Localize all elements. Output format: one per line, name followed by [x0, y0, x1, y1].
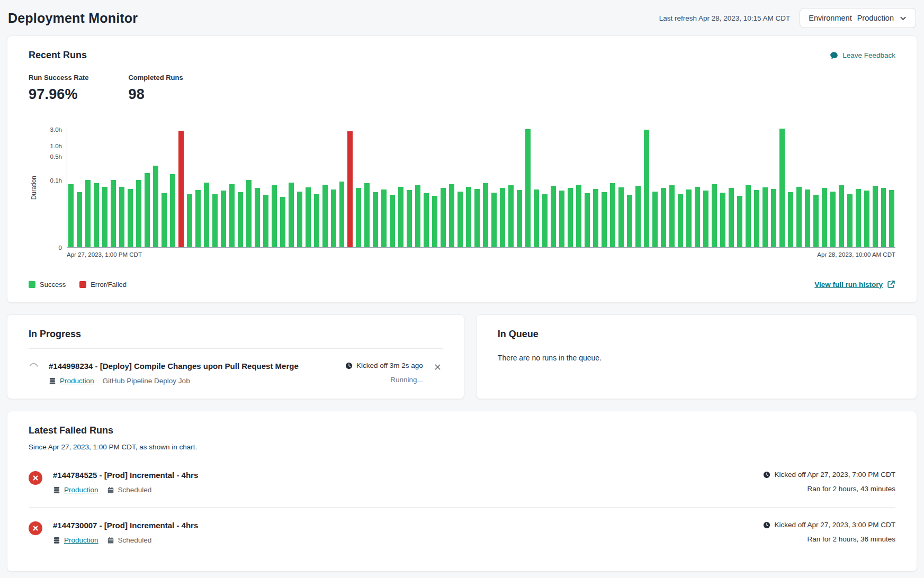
run-bar-success[interactable] — [424, 193, 429, 247]
run-bar-success[interactable] — [331, 189, 336, 247]
run-bar-error[interactable] — [347, 131, 353, 247]
run-bar-success[interactable] — [441, 188, 446, 247]
run-bar-success[interactable] — [652, 192, 658, 247]
run-bar-success[interactable] — [466, 187, 471, 247]
run-bar-success[interactable] — [788, 192, 793, 247]
run-bar-error[interactable] — [178, 131, 184, 247]
run-bar-success[interactable] — [644, 130, 649, 247]
run-bar-success[interactable] — [669, 185, 675, 247]
environment-tag[interactable]: Production — [53, 486, 98, 494]
run-bar-success[interactable] — [102, 187, 107, 247]
run-bar-success[interactable] — [762, 187, 768, 247]
run-bar-success[interactable] — [491, 193, 497, 247]
run-bar-success[interactable] — [864, 191, 869, 247]
environment-tag[interactable]: Production — [49, 377, 94, 385]
run-bar-success[interactable] — [661, 188, 666, 247]
environment-tag[interactable]: Production — [53, 536, 98, 544]
run-bar-success[interactable] — [356, 188, 361, 247]
run-bar-success[interactable] — [754, 190, 759, 247]
run-bar-success[interactable] — [111, 180, 116, 247]
run-bar-success[interactable] — [297, 192, 302, 247]
run-bar-success[interactable] — [415, 185, 420, 247]
run-bar-success[interactable] — [779, 129, 785, 247]
run-bar-success[interactable] — [153, 166, 158, 247]
run-bar-success[interactable] — [136, 180, 141, 247]
run-bar-success[interactable] — [517, 190, 522, 247]
run-bar-success[interactable] — [306, 187, 311, 247]
run-bar-success[interactable] — [695, 187, 700, 247]
run-bar-success[interactable] — [381, 189, 387, 247]
run-bar-success[interactable] — [246, 180, 252, 247]
run-bar-success[interactable] — [162, 193, 167, 247]
run-bar-success[interactable] — [729, 188, 734, 247]
run-bar-success[interactable] — [272, 185, 277, 247]
run-bar-success[interactable] — [839, 185, 844, 247]
run-bar-success[interactable] — [94, 183, 99, 247]
run-bar-success[interactable] — [568, 188, 573, 247]
run-bar-success[interactable] — [610, 183, 615, 247]
run-bar-success[interactable] — [390, 195, 395, 247]
run-bar-success[interactable] — [204, 183, 209, 247]
run-bar-success[interactable] — [712, 184, 717, 247]
run-bar-success[interactable] — [703, 191, 708, 247]
run-bar-success[interactable] — [212, 194, 218, 247]
run-bar-success[interactable] — [737, 196, 742, 247]
run-bar-success[interactable] — [322, 185, 328, 247]
run-bar-success[interactable] — [576, 185, 581, 247]
run-bar-success[interactable] — [339, 182, 345, 247]
view-full-run-history-link[interactable]: View full run history — [814, 280, 895, 288]
run-bar-success[interactable] — [432, 196, 437, 247]
run-bar-success[interactable] — [856, 189, 861, 247]
leave-feedback-link[interactable]: Leave Feedback — [830, 51, 895, 60]
run-bar-success[interactable] — [720, 193, 725, 247]
run-bar-success[interactable] — [221, 191, 226, 247]
run-bar-success[interactable] — [525, 129, 531, 247]
run-bar-success[interactable] — [457, 192, 463, 247]
run-bar-success[interactable] — [559, 191, 564, 247]
run-bar-success[interactable] — [796, 187, 802, 247]
run-bar-success[interactable] — [145, 173, 150, 247]
run-bar-success[interactable] — [77, 192, 82, 247]
run-bar-success[interactable] — [746, 185, 751, 247]
run-bar-success[interactable] — [280, 197, 285, 247]
run-bar-success[interactable] — [364, 183, 370, 247]
run-bar-success[interactable] — [873, 186, 878, 247]
run-bar-success[interactable] — [585, 193, 590, 247]
environment-link[interactable]: Production — [64, 486, 98, 494]
run-bar-success[interactable] — [407, 190, 412, 247]
run-bar-success[interactable] — [449, 184, 454, 247]
run-bar-success[interactable] — [881, 188, 886, 247]
run-bar-success[interactable] — [398, 187, 403, 247]
run-bar-success[interactable] — [602, 192, 607, 247]
environment-link[interactable]: Production — [60, 377, 94, 385]
run-bar-success[interactable] — [627, 195, 632, 247]
run-bar-success[interactable] — [822, 188, 827, 247]
run-bar-success[interactable] — [508, 185, 514, 247]
run-bar-success[interactable] — [678, 194, 683, 247]
run-bar-success[interactable] — [635, 186, 641, 247]
run-bar-success[interactable] — [847, 194, 853, 247]
run-bar-success[interactable] — [229, 184, 235, 247]
run-bar-success[interactable] — [195, 190, 201, 247]
run-bar-success[interactable] — [551, 186, 556, 247]
run-bar-success[interactable] — [119, 187, 124, 247]
run-bar-success[interactable] — [542, 194, 548, 247]
environment-selector[interactable]: Environment Production — [800, 8, 916, 28]
run-bar-success[interactable] — [128, 189, 133, 247]
run-bar-success[interactable] — [373, 192, 378, 247]
run-bar-success[interactable] — [483, 183, 488, 247]
run-bar-success[interactable] — [686, 189, 692, 247]
run-bar-success[interactable] — [593, 189, 598, 247]
run-bar-success[interactable] — [830, 192, 836, 247]
run-bar-success[interactable] — [289, 183, 294, 247]
run-bar-success[interactable] — [474, 189, 480, 247]
run-bar-success[interactable] — [187, 194, 192, 247]
run-bar-success[interactable] — [170, 174, 175, 247]
run-bar-success[interactable] — [238, 192, 243, 247]
run-bar-success[interactable] — [813, 195, 819, 247]
run-bar-success[interactable] — [534, 189, 539, 247]
run-bar-success[interactable] — [314, 194, 319, 247]
run-bar-success[interactable] — [771, 189, 776, 247]
run-bar-success[interactable] — [85, 180, 91, 247]
run-bar-success[interactable] — [500, 188, 505, 247]
